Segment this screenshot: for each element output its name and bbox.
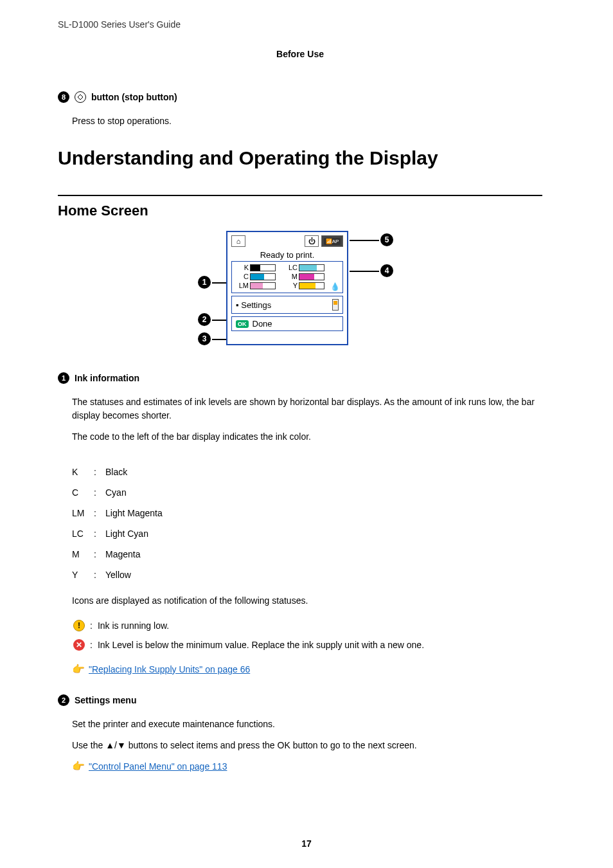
printer-screen: ⌂ ⏻ 📶AP Ready to print. K LC C M LM Y [226,231,348,345]
table-row: ! : Ink is running low. [73,617,428,635]
item8-desc: Press to stop operations. [72,114,542,128]
ink-c: C [236,273,249,280]
table-row: LM:Light Magenta [72,503,168,523]
table-row: C:Cyan [72,482,168,503]
ok-button-text: OK [278,740,290,750]
guide-title: SL-D1000 Series User's Guide [58,19,542,30]
callout-2: 2 [198,313,211,326]
item2-p1: Set the printer and execute maintenance … [72,718,542,731]
power-icon: ⏻ [305,235,319,247]
main-heading: Understanding and Operating the Display [58,147,542,169]
item1-p2: The code to the left of the bar display … [72,430,542,444]
arrow-buttons: ▲/▼ [105,740,126,750]
scroll-indicator-icon [332,299,339,311]
item2-p2: Use the ▲/▼ buttons to select items and … [72,739,542,752]
ink-lc: LC [285,264,298,271]
home-icon: ⌂ [231,235,245,247]
warning-icon: ! [73,620,85,631]
link-control-panel-menu[interactable]: "Control Panel Menu" on page 113 [89,761,227,772]
ink-lm: LM [236,282,249,289]
settings-label: Settings [241,300,271,310]
home-screen-diagram: 1 2 3 5 4 ⌂ ⏻ 📶AP Ready to print. K LC [200,231,400,353]
table-row: K:Black [72,462,168,482]
callout-number-1: 1 [58,372,69,384]
ok-badge: OK [236,320,249,328]
svg-marker-0 [78,95,83,100]
stop-button-icon [75,91,86,103]
ink-y: Y [285,282,298,289]
status-text: Ready to print. [231,250,343,261]
reference-hand-icon: 👉 [72,760,85,772]
table-row: LC:Light Cyan [72,523,168,544]
callout-4: 4 [380,264,393,277]
subheading-home-screen: Home Screen [58,203,542,219]
callout-3: 3 [198,332,211,345]
callout-number-2: 2 [58,694,69,706]
item8-title: button (stop button) [91,92,177,102]
link-replacing-ink[interactable]: "Replacing Ink Supply Units" on page 66 [89,664,250,674]
settings-row: ▪ Settings [231,296,343,314]
status-icon-table: ! : Ink is running low. ✕ : Ink Level is… [72,615,429,655]
item1-p3: Icons are displayed as notification of t… [72,594,542,608]
reference-hand-icon: 👉 [72,663,85,675]
wifi-ap-icon: 📶AP [321,235,343,247]
item2-title: Settings menu [75,695,136,705]
callout-number-8: 8 [58,91,69,103]
table-row: ✕ : Ink Level is below the minimum value… [73,636,428,654]
ink-area: K LC C M LM Y 💧 [231,261,343,293]
callout-5: 5 [380,233,393,246]
item1-title: Ink information [75,373,139,383]
table-row: Y:Yellow [72,565,168,585]
done-row: OK Done [231,316,343,331]
error-icon: ✕ [73,639,85,651]
page-number: 17 [0,838,613,849]
ink-m: M [285,273,298,280]
table-row: M:Magenta [72,544,168,565]
callout-1: 1 [198,276,211,289]
item1-p1: The statuses and estimates of ink levels… [72,395,542,422]
done-label: Done [253,319,272,329]
heading-divider [58,195,542,196]
maintenance-box-icon: 💧 [330,282,340,291]
section-header: Before Use [58,49,542,59]
ink-color-table: K:Black C:Cyan LM:Light Magenta LC:Light… [72,462,168,585]
ink-k: K [236,264,249,271]
